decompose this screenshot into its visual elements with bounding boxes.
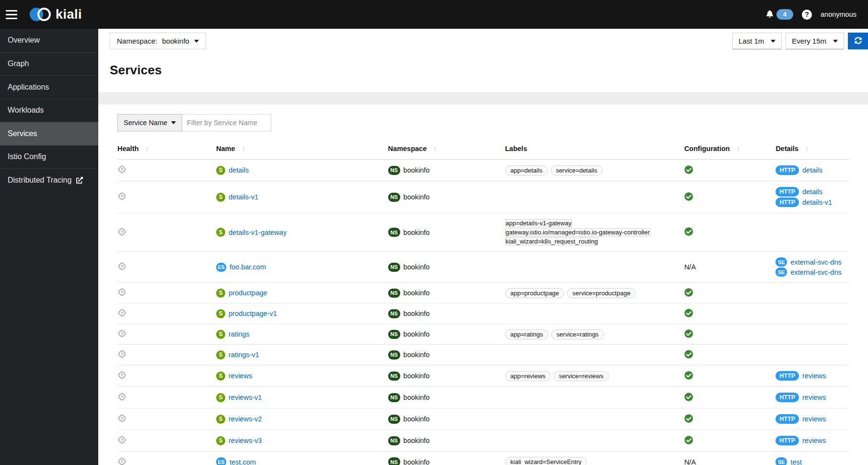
notification-count-badge[interactable]: 4 — [776, 9, 793, 20]
detail-link[interactable]: reviews — [802, 372, 826, 380]
svg-text:?: ? — [121, 395, 123, 399]
service-link[interactable]: reviews-v1 — [229, 394, 262, 401]
filter-input[interactable] — [182, 114, 271, 131]
table-row: ?Sdetails-v1-gatewayNSbookinfoapp=detail… — [117, 213, 849, 252]
namespace-name: bookinfo — [404, 351, 430, 359]
table-row: ?Sreviews-v1NSbookinfoHTTPreviews — [117, 387, 849, 408]
refresh-button[interactable] — [848, 33, 868, 49]
health-unknown-icon: ? — [117, 230, 127, 238]
label-pill: app=ratings — [505, 329, 548, 339]
detail-link[interactable]: details-v1 — [802, 198, 832, 206]
chevron-down-icon — [171, 121, 176, 124]
notifications-button[interactable]: 4 — [766, 9, 793, 20]
svg-text:?: ? — [121, 264, 123, 269]
ns-badge: NS — [388, 457, 400, 465]
namespace-select[interactable]: Namespace: bookinfo — [110, 33, 206, 49]
filter-type-label: Service Name — [124, 119, 167, 127]
column-header-health[interactable]: Health↕ — [117, 142, 216, 160]
column-label: Name — [216, 145, 235, 152]
health-unknown-icon: ? — [117, 417, 127, 424]
detail-link[interactable]: details — [802, 166, 822, 174]
namespace-name: bookinfo — [404, 263, 430, 271]
svg-text:?: ? — [121, 290, 123, 295]
sidebar-item-graph[interactable]: Graph — [0, 52, 98, 76]
ns-badge: NS — [388, 166, 400, 175]
sidebar-item-label: Istio Config — [8, 152, 46, 161]
namespace-name: bookinfo — [404, 289, 430, 297]
column-header-configuration[interactable]: Configuration↕ — [684, 142, 776, 160]
health-unknown-icon: ? — [117, 352, 127, 360]
http-badge: HTTP — [775, 414, 799, 424]
service-link[interactable]: details-v1-gateway — [229, 229, 287, 236]
http-badge: HTTP — [775, 393, 799, 402]
service-link[interactable]: ratings-v1 — [229, 351, 259, 359]
label-pill: service=reviews — [554, 371, 609, 381]
column-header-name[interactable]: Name↕ — [216, 142, 388, 160]
sort-icon: ↕ — [145, 145, 149, 152]
detail-link[interactable]: test — [790, 458, 801, 465]
refresh-interval-value: Every 15m — [792, 37, 826, 45]
sidebar-item-applications[interactable]: Applications — [0, 75, 98, 99]
sidebar-item-distributed-tracing[interactable]: Distributed Tracing — [0, 168, 98, 192]
s-badge: S — [216, 289, 225, 298]
namespace-name: bookinfo — [404, 372, 430, 380]
health-unknown-icon: ? — [117, 291, 127, 298]
service-link[interactable]: productpage — [229, 289, 267, 297]
config-na: N/A — [684, 263, 696, 271]
http-badge: HTTP — [775, 165, 799, 175]
column-header-labels: Labels — [505, 142, 684, 160]
service-link[interactable]: reviews-v3 — [229, 437, 262, 444]
s-badge: S — [216, 330, 225, 339]
namespace-value: bookinfo — [162, 37, 189, 45]
s-badge: S — [216, 309, 225, 318]
detail-link[interactable]: external-svc-dns — [790, 258, 841, 266]
s-badge: S — [216, 166, 225, 175]
sidebar-item-label: Workloads — [8, 106, 44, 115]
service-link[interactable]: reviews — [229, 372, 252, 380]
svg-text:?: ? — [121, 352, 123, 357]
refresh-interval-select[interactable]: Every 15m — [786, 33, 844, 49]
config-valid-icon — [684, 438, 693, 446]
service-link[interactable]: foo.bar.com — [230, 263, 266, 271]
sidebar-item-label: Applications — [8, 83, 49, 92]
service-link[interactable]: details — [229, 166, 249, 174]
table-row: ?SratingsNSbookinfoapp=ratingsservice=ra… — [117, 324, 849, 345]
sidebar-item-overview[interactable]: Overview — [0, 29, 98, 52]
svg-text:?: ? — [121, 311, 123, 315]
external-link-icon — [76, 177, 83, 184]
sidebar-item-services[interactable]: Services — [0, 122, 98, 145]
label-pill: app=details — [505, 165, 548, 175]
table-row: ?SdetailsNSbookinfoapp=detailsservice=de… — [117, 160, 849, 181]
ns-badge: NS — [388, 436, 400, 445]
se-badge: SE — [775, 457, 787, 465]
filter-type-dropdown[interactable]: Service Name — [117, 114, 182, 131]
detail-link[interactable]: details — [802, 188, 822, 196]
service-link[interactable]: productpage-v1 — [229, 310, 277, 317]
s-badge: S — [216, 228, 225, 237]
table-row: ?Sdetails-v1NSbookinfoHTTPdetailsHTTPdet… — [117, 181, 849, 213]
service-link[interactable]: reviews-v2 — [229, 415, 262, 423]
ns-badge: NS — [388, 263, 400, 272]
table-row: ?ESfoo.bar.comNSbookinfoN/ASEexternal-sv… — [117, 252, 849, 283]
detail-link[interactable]: reviews — [802, 437, 826, 444]
namespace-name: bookinfo — [404, 394, 430, 401]
column-header-details[interactable]: Details↕ — [775, 142, 849, 160]
config-valid-icon — [684, 230, 693, 237]
namespace-name: bookinfo — [404, 166, 430, 174]
service-link[interactable]: ratings — [229, 330, 250, 338]
detail-link[interactable]: reviews — [802, 394, 826, 401]
column-header-namespace[interactable]: Namespace↕ — [388, 142, 505, 160]
sort-icon: ↕ — [805, 145, 809, 152]
detail-link[interactable]: reviews — [802, 415, 826, 423]
sidebar-item-workloads[interactable]: Workloads — [0, 99, 98, 122]
duration-select[interactable]: Last 1m — [732, 33, 782, 49]
service-link[interactable]: details-v1 — [229, 193, 258, 201]
config-valid-icon — [684, 395, 693, 403]
s-badge: S — [216, 350, 225, 360]
nav-toggle-icon[interactable] — [6, 8, 17, 21]
help-icon[interactable]: ? — [802, 10, 812, 20]
sidebar: OverviewGraphApplicationsWorkloadsServic… — [0, 29, 98, 465]
service-link[interactable]: test.com — [230, 458, 256, 465]
detail-link[interactable]: external-svc-dns — [790, 268, 841, 276]
sidebar-item-istio-config[interactable]: Istio Config — [0, 145, 98, 169]
